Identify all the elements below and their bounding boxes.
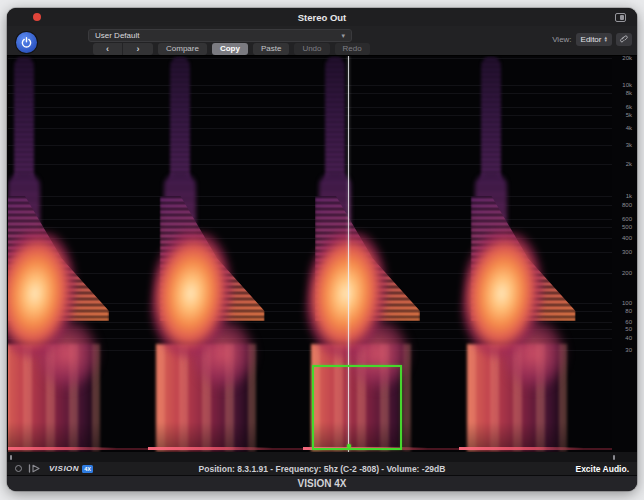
preset-selector[interactable]: User Default ▾ — [88, 29, 352, 42]
window-mode-icon[interactable] — [615, 13, 626, 22]
hot-energy-core — [453, 227, 556, 385]
toolbar-button-copy[interactable]: Copy — [212, 43, 248, 55]
frequency-tick-label: 500 — [622, 224, 632, 230]
frequency-tick-label: 60 — [625, 319, 632, 325]
frequency-tick-label: 600 — [622, 216, 632, 222]
toolbar-button-undo[interactable]: Undo — [294, 43, 329, 55]
frequency-tick-label: 6k — [626, 104, 632, 110]
frequency-tick-label: 10k — [622, 82, 632, 88]
frequency-tick-label: 1k — [626, 193, 632, 199]
next-preset-button[interactable]: › — [123, 43, 153, 55]
power-icon — [20, 36, 33, 49]
updown-chevron-icon: ▴▾ — [604, 36, 607, 43]
link-button[interactable] — [616, 33, 632, 46]
frequency-tick-label: 400 — [622, 235, 632, 241]
frequency-tick-label: 300 — [622, 249, 632, 255]
plugin-window: Stereo Out User Default ▾ ‹ › CompareCop… — [7, 8, 637, 491]
frequency-tick-label: 200 — [622, 270, 632, 276]
zoom-scrollbar[interactable] — [7, 452, 637, 462]
sub-bass-hotline — [148, 447, 273, 450]
frequency-tick-label: 5k — [626, 112, 632, 118]
view-value: Editor — [581, 35, 602, 44]
plugin-name-bar: VISION 4X — [7, 475, 637, 491]
excite-audio-brand: Excite Audio. — [575, 464, 629, 474]
toolbar-button-compare[interactable]: Compare — [158, 43, 207, 55]
chevron-down-icon: ▾ — [341, 32, 345, 39]
spectral-streak — [170, 56, 190, 191]
frequency-tick-label: 20k — [622, 55, 632, 61]
selection-box[interactable] — [312, 365, 402, 450]
toolbar: ‹ › CompareCopyPasteUndoRedo — [93, 43, 370, 55]
footer-bar: VISION 4X Position: 8.3.1.91 - Frequency… — [7, 462, 637, 475]
power-button[interactable] — [16, 32, 37, 53]
hot-energy-core — [142, 227, 245, 385]
frequency-tick-label: 2k — [626, 161, 632, 167]
spectral-flame-pattern — [8, 56, 114, 452]
view-cluster: View: Editor ▴▾ — [552, 32, 632, 46]
window-title: Stereo Out — [7, 12, 637, 23]
link-icon — [619, 34, 629, 44]
frequency-tick-label: 800 — [622, 202, 632, 208]
scroll-handle-left[interactable] — [10, 455, 12, 460]
sub-bass-hotline — [459, 447, 584, 450]
frequency-axis: 20k10k8k6k5k4k3k2k1k80060050040030020010… — [612, 56, 637, 452]
view-dropdown[interactable]: Editor ▴▾ — [576, 33, 612, 46]
plugin-header: User Default ▾ ‹ › CompareCopyPasteUndoR… — [7, 26, 637, 56]
preset-nav: ‹ › — [93, 43, 153, 55]
spectrogram-display[interactable] — [8, 56, 612, 452]
spectral-flame-pattern — [100, 56, 270, 452]
frequency-tick-label: 8k — [626, 90, 632, 96]
frequency-tick-label: 40 — [625, 335, 632, 341]
analyzer-area: 20k10k8k6k5k4k3k2k1k80060050040030020010… — [7, 56, 637, 452]
view-label: View: — [552, 35, 571, 44]
frequency-tick-label: 50 — [625, 326, 632, 332]
prev-preset-button[interactable]: ‹ — [93, 43, 123, 55]
frequency-tick-label: 30 — [625, 347, 632, 353]
title-bar: Stereo Out — [7, 8, 637, 26]
spectral-streak — [14, 56, 34, 191]
frequency-tick-label: 100 — [622, 300, 632, 306]
hot-energy-core — [297, 227, 400, 385]
toolbar-button-redo[interactable]: Redo — [335, 43, 370, 55]
spectral-streak — [481, 56, 501, 191]
frequency-tick-label: 4k — [626, 125, 632, 131]
plugin-name: VISION 4X — [298, 478, 347, 489]
frequency-tick-label: 80 — [625, 308, 632, 314]
spectral-flame-pattern — [411, 56, 581, 452]
toolbar-button-paste[interactable]: Paste — [253, 43, 289, 55]
preset-name: User Default — [95, 31, 341, 40]
scroll-handle-right[interactable] — [613, 455, 615, 460]
cursor-status-readout: Position: 8.3.1.91 - Frequency: 5hz (C-2… — [7, 464, 637, 474]
frequency-tick-label: 3k — [626, 142, 632, 148]
spectral-streak — [325, 56, 345, 191]
